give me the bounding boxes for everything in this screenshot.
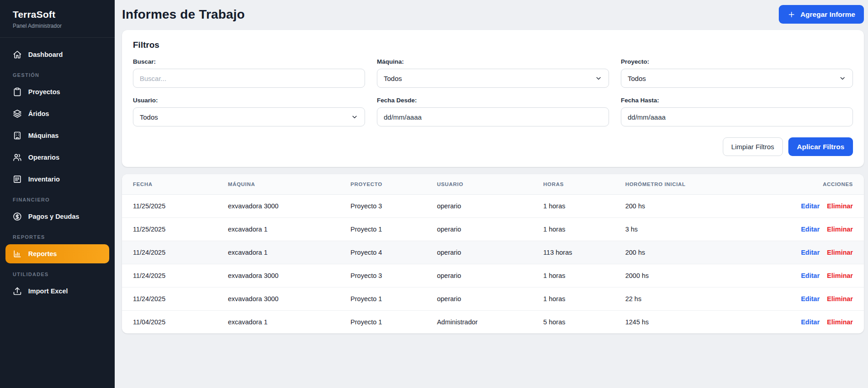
sidebar-item-dashboard[interactable]: Dashboard [5, 45, 109, 64]
cell-horometro: 2000 hs [620, 264, 796, 287]
cell-actions: EditarEliminar [796, 241, 864, 264]
table-body: 11/25/2025exvavadora 3000Proyecto 3opera… [122, 195, 864, 334]
cell-proyecto: Proyecto 3 [345, 195, 431, 218]
table-row: 11/04/2025excavadora 1Proyecto 1Administ… [122, 311, 864, 334]
maquina-select[interactable]: Todos [377, 69, 609, 88]
column-header: ACCIONES [796, 174, 864, 195]
add-report-button[interactable]: Agregar Informe [779, 5, 864, 24]
fecha-hasta-input[interactable] [621, 107, 853, 126]
dollar-icon [13, 212, 22, 221]
sidebar-item-label: Pagos y Deudas [28, 213, 79, 220]
field-label: Fecha Hasta: [621, 97, 853, 104]
cell-usuario: operario [431, 241, 538, 264]
filters-panel: Filtros Buscar:Máquina:TodosProyecto:Tod… [122, 30, 864, 167]
table-row: 11/25/2025excavadora 1Proyecto 1operario… [122, 218, 864, 241]
clipboard-icon [13, 87, 22, 96]
chevron-down-icon [839, 75, 846, 82]
cell-maquina: excavadora 1 [223, 241, 345, 264]
sidebar-item-label: Dashboard [28, 51, 63, 58]
sidebar-item-aridos[interactable]: Áridos [5, 104, 109, 123]
apply-filters-button[interactable]: Aplicar Filtros [788, 137, 853, 156]
reports-table: FECHAMÁQUINAPROYECTOUSUARIOHORASHORÓMETR… [122, 174, 864, 333]
delete-link[interactable]: Eliminar [827, 202, 853, 210]
edit-link[interactable]: Editar [801, 272, 820, 279]
column-header: USUARIO [431, 174, 538, 195]
reports-table-card: FECHAMÁQUINAPROYECTOUSUARIOHORASHORÓMETR… [122, 174, 864, 333]
filter-field-usuario: Usuario:Todos [133, 97, 365, 126]
table-header-row: FECHAMÁQUINAPROYECTOUSUARIOHORASHORÓMETR… [122, 174, 864, 195]
cell-maquina: exvavadora 3000 [223, 195, 345, 218]
cell-proyecto: Proyecto 1 [345, 218, 431, 241]
nav-section-label: REPORTES [13, 234, 102, 240]
cell-horometro: 1245 hs [620, 311, 796, 334]
select-value: Todos [628, 75, 646, 82]
cell-horas: 1 horas [538, 195, 620, 218]
sidebar-item-operarios[interactable]: Operarios [5, 148, 109, 167]
sidebar: TerraSoft Panel Administrador DashboardG… [0, 0, 115, 388]
sidebar-item-maquinas[interactable]: Máquinas [5, 126, 109, 145]
cell-horas: 1 horas [538, 287, 620, 311]
sidebar-item-inventario[interactable]: Inventario [5, 170, 109, 189]
layers-icon [13, 109, 22, 118]
column-header: PROYECTO [345, 174, 431, 195]
cell-horas: 113 horas [538, 241, 620, 264]
column-header: HORAS [538, 174, 620, 195]
cell-fecha: 11/24/2025 [122, 287, 223, 311]
column-header: FECHA [122, 174, 223, 195]
filter-field-proyecto: Proyecto:Todos [621, 58, 853, 88]
delete-link[interactable]: Eliminar [827, 318, 853, 326]
edit-link[interactable]: Editar [801, 318, 820, 326]
cell-horas: 1 horas [538, 264, 620, 287]
machine-icon [13, 131, 22, 140]
edit-link[interactable]: Editar [801, 295, 820, 302]
cell-usuario: operario [431, 287, 538, 311]
cell-horas: 1 horas [538, 218, 620, 241]
filter-field-buscar: Buscar: [133, 58, 365, 88]
delete-link[interactable]: Eliminar [827, 295, 853, 302]
filter-field-fecha-hasta: Fecha Hasta: [621, 97, 853, 126]
app-subtitle: Panel Administrador [13, 23, 102, 29]
sidebar-item-label: Operarios [28, 154, 60, 161]
buscar-input[interactable] [133, 69, 365, 88]
cell-fecha: 11/24/2025 [122, 264, 223, 287]
delete-link[interactable]: Eliminar [827, 226, 853, 233]
fecha-desde-input[interactable] [377, 107, 609, 126]
sidebar-item-label: Import Excel [28, 287, 68, 295]
cell-proyecto: Proyecto 3 [345, 264, 431, 287]
cell-actions: EditarEliminar [796, 287, 864, 311]
field-label: Buscar: [133, 58, 365, 65]
chevron-down-icon [595, 75, 602, 82]
sidebar-item-import-excel[interactable]: Import Excel [5, 282, 109, 301]
cell-fecha: 11/25/2025 [122, 218, 223, 241]
edit-link[interactable]: Editar [801, 249, 820, 256]
edit-link[interactable]: Editar [801, 226, 820, 233]
cell-maquina: excavadora 1 [223, 311, 345, 334]
cell-horas: 5 horas [538, 311, 620, 334]
cell-usuario: operario [431, 264, 538, 287]
delete-link[interactable]: Eliminar [827, 249, 853, 256]
usuario-select[interactable]: Todos [133, 107, 365, 126]
sidebar-item-proyectos[interactable]: Proyectos [5, 82, 109, 101]
sidebar-item-pagos-y-deudas[interactable]: Pagos y Deudas [5, 207, 109, 226]
sidebar-item-label: Inventario [28, 176, 60, 183]
cell-actions: EditarEliminar [796, 195, 864, 218]
cell-usuario: Administrador [431, 311, 538, 334]
plus-icon [787, 10, 796, 19]
sidebar-item-reportes[interactable]: Reportes [5, 244, 109, 263]
users-icon [13, 153, 22, 162]
filter-field-maquina: Máquina:Todos [377, 58, 609, 88]
table-row: 11/25/2025exvavadora 3000Proyecto 3opera… [122, 195, 864, 218]
column-header: HORÓMETRO INICIAL [620, 174, 796, 195]
clear-filters-button[interactable]: Limpiar Filtros [723, 137, 783, 156]
proyecto-select[interactable]: Todos [621, 69, 853, 88]
filters-grid: Buscar:Máquina:TodosProyecto:TodosUsuari… [133, 58, 853, 126]
chevron-down-icon [351, 113, 358, 121]
delete-link[interactable]: Eliminar [827, 272, 853, 279]
filters-title: Filtros [133, 40, 853, 50]
field-label: Proyecto: [621, 58, 853, 65]
brand: TerraSoft Panel Administrador [0, 0, 115, 38]
nav-section-label: FINANCIERO [13, 197, 102, 202]
cell-horometro: 3 hs [620, 218, 796, 241]
edit-link[interactable]: Editar [801, 202, 820, 210]
nav-section-label: GESTIÓN [13, 72, 102, 78]
